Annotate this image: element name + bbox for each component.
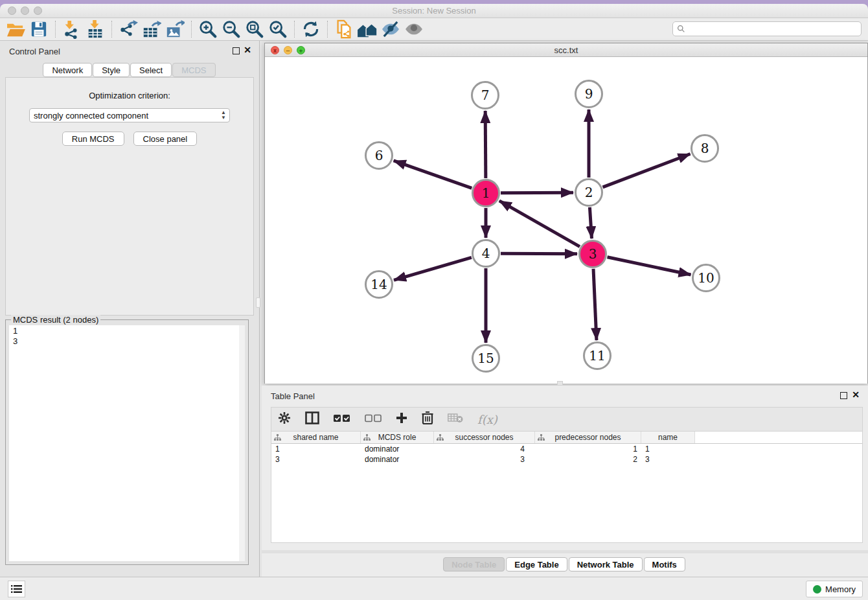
import-table-icon[interactable] <box>84 19 107 39</box>
edge-3-10[interactable] <box>608 257 691 275</box>
graph-node-15[interactable]: 15 <box>472 344 500 373</box>
task-list-icon <box>11 584 22 594</box>
cell-successor-nodes[interactable]: 4 <box>434 444 535 454</box>
column-edit-icon <box>274 434 281 441</box>
splitpane-divider-handle[interactable] <box>256 297 260 308</box>
graph-node-14[interactable]: 14 <box>365 270 393 299</box>
table-panel-strip <box>262 550 868 553</box>
edge-1-2[interactable] <box>501 192 573 193</box>
network-view-canvas[interactable]: 7968124314101511 <box>265 58 867 384</box>
edge-3-11[interactable] <box>593 269 597 340</box>
cell-mcds-role[interactable]: dominator <box>361 444 434 454</box>
cell-predecessor-nodes[interactable]: 1 <box>535 444 641 454</box>
graph-node-11[interactable]: 11 <box>583 341 611 370</box>
first-neighbors-icon[interactable] <box>356 19 379 39</box>
result-scrollbar[interactable] <box>239 325 245 561</box>
delete-columns-icon[interactable] <box>422 411 433 427</box>
close-panel-button[interactable]: Close panel <box>133 132 198 146</box>
tab-network-table[interactable]: Network Table <box>569 557 643 571</box>
hide-selected-icon[interactable] <box>379 19 402 39</box>
close-panel-icon[interactable]: ✕ <box>244 45 251 55</box>
edge-2-8[interactable] <box>603 154 691 187</box>
network-window-titlebar[interactable]: x – + scc.txt <box>265 43 867 57</box>
float-panel-icon[interactable] <box>233 47 240 54</box>
graph-node-1[interactable]: 1 <box>472 179 500 207</box>
table-options-icon[interactable] <box>278 411 291 427</box>
task-history-button[interactable] <box>8 581 25 597</box>
search-field[interactable] <box>672 21 862 36</box>
cell-shared-name[interactable]: 1 <box>271 444 361 454</box>
column-header-mcds-role[interactable]: MCDS role <box>361 432 434 443</box>
tab-mcds[interactable]: MCDS <box>172 63 215 77</box>
cell-name[interactable]: 3 <box>641 455 695 464</box>
tab-network[interactable]: Network <box>43 63 92 77</box>
node-table[interactable]: shared name MCDS role successor nodes pr… <box>271 432 863 543</box>
graph-node-2[interactable]: 2 <box>575 178 603 207</box>
tab-motifs[interactable]: Motifs <box>644 557 685 571</box>
save-session-icon[interactable] <box>27 19 51 39</box>
toolbar-separator <box>294 21 295 38</box>
zoom-in-icon[interactable] <box>196 19 220 39</box>
graph-node-3[interactable]: 3 <box>578 240 607 268</box>
export-network-icon[interactable] <box>117 19 140 39</box>
graph-node-9[interactable]: 9 <box>575 80 603 108</box>
cell-name[interactable]: 1 <box>641 444 695 454</box>
network-desktop: x – + scc.txt 7968124314101511 Table Pan… <box>260 41 868 577</box>
edge-4-14[interactable] <box>394 257 472 280</box>
cell-predecessor-nodes[interactable]: 2 <box>535 455 641 464</box>
show-all-icon[interactable] <box>402 19 426 39</box>
close-table-panel-icon[interactable]: ✕ <box>852 389 860 400</box>
toolbar-separator <box>191 21 192 38</box>
edge-1-7[interactable] <box>485 111 486 178</box>
import-network-icon[interactable] <box>60 19 84 39</box>
tab-style[interactable]: Style <box>93 63 130 77</box>
criterion-select[interactable]: strongly connected component ▲▼ <box>29 108 230 122</box>
cell-shared-name[interactable]: 3 <box>271 455 361 464</box>
control-panel: Control Panel ✕ Network Style Select MCD… <box>0 41 260 577</box>
cell-mcds-role[interactable]: dominator <box>361 455 434 464</box>
run-mcds-button[interactable]: Run MCDS <box>62 132 124 146</box>
table-row[interactable]: 1 dominator 4 1 1 <box>271 444 862 454</box>
tab-node-table[interactable]: Node Table <box>443 557 505 571</box>
column-header-successor-nodes[interactable]: successor nodes <box>434 432 535 443</box>
export-table-icon[interactable] <box>140 19 163 39</box>
mcds-result-title: MCDS result (2 nodes) <box>11 315 100 325</box>
function-builder-icon: f(x) <box>477 413 497 426</box>
zoom-out-icon[interactable] <box>220 19 243 39</box>
graph-node-4[interactable]: 4 <box>472 239 500 268</box>
edge-1-6[interactable] <box>394 161 472 188</box>
graph-node-7[interactable]: 7 <box>471 81 499 110</box>
create-column-icon[interactable] <box>396 412 407 426</box>
open-file-icon[interactable] <box>4 19 27 39</box>
edge-4-3[interactable] <box>501 253 577 254</box>
edge-2-3[interactable] <box>589 207 591 238</box>
zoom-selected-icon[interactable] <box>266 19 290 39</box>
select-all-columns-icon[interactable] <box>334 413 350 425</box>
status-bar: Memory <box>0 577 868 600</box>
deselect-all-columns-icon[interactable] <box>365 413 382 425</box>
export-image-icon[interactable] <box>163 19 187 39</box>
edge-3-1[interactable] <box>499 201 580 247</box>
show-column-icon[interactable] <box>305 411 319 427</box>
memory-button[interactable]: Memory <box>806 581 863 597</box>
graph-node-8[interactable]: 8 <box>691 134 719 163</box>
clone-network-icon[interactable] <box>332 19 356 39</box>
graph-node-10[interactable]: 10 <box>692 264 720 292</box>
float-table-panel-icon[interactable] <box>840 392 847 399</box>
mcds-result-list[interactable]: 1 3 <box>9 325 245 561</box>
toolbar-separator <box>327 21 328 38</box>
column-header-predecessor-nodes[interactable]: predecessor nodes <box>535 432 641 443</box>
search-input[interactable] <box>685 25 847 34</box>
tab-edge-table[interactable]: Edge Table <box>506 557 567 571</box>
zoom-fit-icon[interactable] <box>243 19 266 39</box>
table-row[interactable]: 3 dominator 3 2 3 <box>271 454 862 465</box>
cell-successor-nodes[interactable]: 3 <box>434 455 535 464</box>
table-toolbar: f(x) <box>271 407 863 432</box>
hscroll-handle[interactable] <box>557 381 563 386</box>
column-header-shared-name[interactable]: shared name <box>271 432 361 443</box>
network-window[interactable]: x – + scc.txt 7968124314101511 <box>264 43 868 384</box>
refresh-layout-icon[interactable] <box>299 19 323 39</box>
tab-select[interactable]: Select <box>130 63 172 77</box>
graph-node-6[interactable]: 6 <box>365 141 393 170</box>
column-header-name[interactable]: name <box>641 432 695 443</box>
